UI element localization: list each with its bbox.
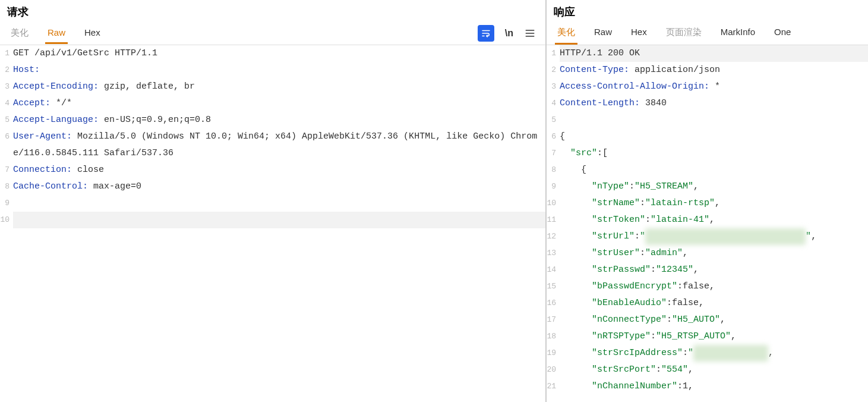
line-content: "nConnectType":"H5_AUTO", bbox=[560, 312, 868, 328]
line-number: 15 bbox=[547, 278, 560, 295]
request-line: 9 bbox=[0, 195, 545, 212]
line-number: 4 bbox=[0, 95, 13, 112]
request-tabs: 美化RawHex bbox=[5, 23, 103, 44]
line-number: 19 bbox=[547, 345, 560, 362]
response-line: 18 "nRTSPType":"H5_RTSP_AUTO", bbox=[547, 328, 868, 345]
response-line: 14 "strPasswd":"12345", bbox=[547, 262, 868, 278]
line-number: 12 bbox=[547, 228, 560, 245]
line-content: User-Agent: Mozilla/5.0 (Windows NT 10.0… bbox=[13, 128, 545, 162]
request-tab-2[interactable]: Hex bbox=[82, 23, 103, 44]
line-content: GET /api/v1/GetSrc HTTP/1.1 bbox=[13, 45, 545, 62]
line-content: "strUrl":" ", bbox=[560, 228, 868, 245]
line-number: 7 bbox=[0, 162, 13, 178]
line-content: "nType":"H5_STREAM", bbox=[560, 178, 868, 195]
request-line: 2Host: bbox=[0, 62, 545, 78]
line-content: Accept: */* bbox=[13, 95, 545, 112]
line-content: Accept-Language: en-US;q=0.9,en;q=0.8 bbox=[13, 112, 545, 128]
request-line: 6User-Agent: Mozilla/5.0 (Windows NT 10.… bbox=[0, 128, 545, 162]
line-number: 14 bbox=[547, 262, 560, 278]
line-number: 2 bbox=[0, 62, 13, 78]
line-number: 1 bbox=[0, 45, 13, 62]
request-line: 5Accept-Language: en-US;q=0.9,en;q=0.8 bbox=[0, 112, 545, 128]
line-content: "nChannelNumber":1, bbox=[560, 378, 868, 395]
line-number: 3 bbox=[0, 78, 13, 95]
line-number: 11 bbox=[547, 212, 560, 228]
line-number: 18 bbox=[547, 328, 560, 345]
response-line: 4Content-Length: 3840 bbox=[547, 95, 868, 112]
line-content: "src":[ bbox=[560, 145, 868, 162]
line-content: Connection: close bbox=[13, 162, 545, 178]
line-number: 9 bbox=[547, 178, 560, 195]
response-tabs: 美化RawHex页面渲染MarkInfoOne bbox=[551, 22, 793, 45]
line-number: 13 bbox=[547, 245, 560, 262]
wrap-toggle-icon[interactable] bbox=[478, 25, 494, 42]
line-number: 7 bbox=[547, 145, 560, 162]
line-content: "strUser":"admin", bbox=[560, 245, 868, 262]
line-number: 10 bbox=[0, 212, 13, 228]
line-content: Content-Length: 3840 bbox=[560, 95, 868, 112]
line-number: 8 bbox=[0, 178, 13, 195]
response-line: 5 bbox=[547, 112, 868, 128]
line-number: 6 bbox=[0, 128, 13, 145]
response-line: 1HTTP/1.1 200 OK bbox=[547, 45, 868, 62]
request-toolbar: \n bbox=[478, 25, 541, 42]
response-line: 2Content-Type: application/json bbox=[547, 62, 868, 78]
response-tab-2[interactable]: Hex bbox=[629, 22, 649, 45]
line-number: 21 bbox=[547, 378, 560, 395]
response-line: 10 "strName":"latain-rtsp", bbox=[547, 195, 868, 212]
response-tab-5[interactable]: One bbox=[772, 22, 793, 45]
response-panel: 响应 美化RawHex页面渲染MarkInfoOne 1HTTP/1.1 200… bbox=[547, 0, 868, 402]
response-line: 9 "nType":"H5_STREAM", bbox=[547, 178, 868, 195]
response-tab-0[interactable]: 美化 bbox=[555, 22, 577, 45]
app-root: 请求 美化RawHex \n 1GET /api/v1/GetSrc HTTP/… bbox=[0, 0, 868, 402]
request-line: 10 bbox=[0, 212, 545, 228]
request-line: 8Cache-Control: max-age=0 bbox=[0, 178, 545, 195]
response-line: 13 "strUser":"admin", bbox=[547, 245, 868, 262]
response-tab-bar: 美化RawHex页面渲染MarkInfoOne bbox=[547, 21, 868, 45]
line-content: "strSrcIpAddress":" , bbox=[560, 345, 868, 362]
line-number: 5 bbox=[547, 112, 560, 128]
line-content bbox=[13, 212, 545, 228]
newline-icon[interactable]: \n bbox=[505, 28, 513, 39]
line-content: Accept-Encoding: gzip, deflate, br bbox=[13, 78, 545, 95]
response-line: 20 "strSrcPort":"554", bbox=[547, 362, 868, 378]
line-number: 4 bbox=[547, 95, 560, 112]
response-tab-3[interactable]: 页面渲染 bbox=[664, 22, 704, 45]
line-content: "nRTSPType":"H5_RTSP_AUTO", bbox=[560, 328, 868, 345]
response-tab-1[interactable]: Raw bbox=[592, 22, 614, 45]
line-number: 10 bbox=[547, 195, 560, 212]
response-line: 16 "bEnableAudio":false, bbox=[547, 295, 868, 312]
request-tab-1[interactable]: Raw bbox=[45, 23, 68, 44]
line-number: 16 bbox=[547, 295, 560, 312]
response-line: 6{ bbox=[547, 128, 868, 145]
line-number: 5 bbox=[0, 112, 13, 128]
line-content bbox=[560, 112, 868, 128]
request-tab-0[interactable]: 美化 bbox=[8, 23, 31, 44]
line-content: { bbox=[560, 128, 868, 145]
menu-icon[interactable] bbox=[524, 27, 536, 39]
request-line: 1GET /api/v1/GetSrc HTTP/1.1 bbox=[0, 45, 545, 62]
response-line: 11 "strToken":"latain-41", bbox=[547, 212, 868, 228]
request-code[interactable]: 1GET /api/v1/GetSrc HTTP/1.12Host:3Accep… bbox=[0, 45, 545, 402]
line-number: 6 bbox=[547, 128, 560, 145]
response-line: 21 "nChannelNumber":1, bbox=[547, 378, 868, 395]
line-number: 20 bbox=[547, 362, 560, 378]
line-content: "bEnableAudio":false, bbox=[560, 295, 868, 312]
line-number: 17 bbox=[547, 312, 560, 328]
response-code[interactable]: 1HTTP/1.1 200 OK2Content-Type: applicati… bbox=[547, 45, 868, 402]
response-line: 8 { bbox=[547, 162, 868, 178]
request-line: 3Accept-Encoding: gzip, deflate, br bbox=[0, 78, 545, 95]
request-line: 7Connection: close bbox=[0, 162, 545, 178]
response-line: 7 "src":[ bbox=[547, 145, 868, 162]
line-number: 3 bbox=[547, 78, 560, 95]
response-line: 12 "strUrl":" ", bbox=[547, 228, 868, 245]
request-panel: 请求 美化RawHex \n 1GET /api/v1/GetSrc HTTP/… bbox=[0, 0, 547, 402]
request-line: 4Accept: */* bbox=[0, 95, 545, 112]
response-line: 17 "nConnectType":"H5_AUTO", bbox=[547, 312, 868, 328]
request-tab-bar: 美化RawHex \n bbox=[0, 21, 545, 45]
line-content: HTTP/1.1 200 OK bbox=[560, 45, 868, 62]
line-content: "strName":"latain-rtsp", bbox=[560, 195, 868, 212]
line-content: Access-Control-Allow-Origin: * bbox=[560, 78, 868, 95]
response-tab-4[interactable]: MarkInfo bbox=[718, 22, 757, 45]
line-number: 1 bbox=[547, 45, 560, 62]
